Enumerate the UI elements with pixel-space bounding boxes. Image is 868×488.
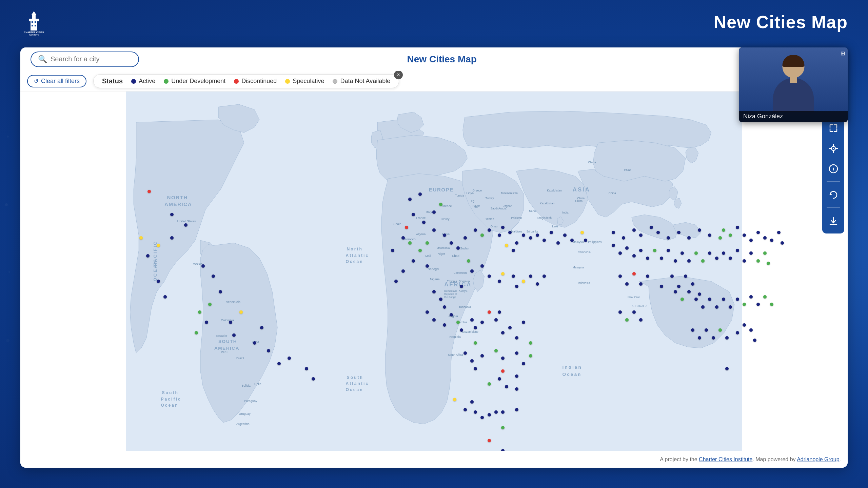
city-dot[interactable]	[718, 236, 722, 240]
city-dot[interactable]	[450, 313, 453, 317]
city-dot[interactable]	[753, 339, 756, 342]
city-dot[interactable]	[701, 305, 705, 309]
city-dot[interactable]	[432, 318, 436, 322]
city-dot[interactable]	[488, 439, 491, 442]
city-dot[interactable]	[708, 298, 711, 301]
reset-button[interactable]	[824, 185, 843, 204]
city-dot[interactable]	[163, 295, 167, 299]
city-dot[interactable]	[498, 280, 501, 283]
city-dot[interactable]	[460, 328, 463, 332]
info-button[interactable]: i	[824, 159, 843, 178]
city-dot[interactable]	[632, 310, 636, 314]
city-dot[interactable]	[701, 259, 705, 263]
city-dot[interactable]	[432, 210, 436, 214]
city-dot[interactable]	[667, 236, 670, 240]
city-dot[interactable]	[632, 272, 636, 276]
city-dot[interactable]	[439, 203, 442, 206]
city-dot[interactable]	[725, 367, 729, 370]
city-dot[interactable]	[749, 251, 753, 255]
city-dot[interactable]	[505, 385, 508, 388]
city-dot[interactable]	[515, 241, 518, 245]
city-dot[interactable]	[625, 282, 629, 286]
city-dot[interactable]	[494, 410, 498, 414]
city-dot[interactable]	[660, 285, 663, 288]
city-dot[interactable]	[618, 310, 622, 314]
city-dot[interactable]	[453, 398, 456, 401]
city-dot[interactable]	[498, 310, 501, 314]
city-dot[interactable]	[694, 298, 698, 301]
city-dot[interactable]	[195, 331, 198, 334]
city-dot[interactable]	[480, 416, 484, 419]
city-dot[interactable]	[515, 374, 518, 378]
city-dot[interactable]	[725, 336, 729, 340]
city-dot[interactable]	[542, 274, 546, 278]
city-dot[interactable]	[277, 362, 281, 365]
city-dot[interactable]	[687, 236, 691, 240]
city-dot[interactable]	[460, 285, 463, 288]
city-dot[interactable]	[260, 326, 263, 329]
city-dot[interactable]	[512, 274, 515, 278]
city-dot[interactable]	[632, 228, 636, 232]
city-dot[interactable]	[670, 274, 674, 278]
city-dot[interactable]	[625, 246, 629, 250]
city-dot[interactable]	[229, 321, 232, 324]
city-dot[interactable]	[312, 377, 315, 381]
city-dot[interactable]	[508, 231, 512, 234]
city-dot[interactable]	[763, 236, 767, 240]
city-dot[interactable]	[584, 239, 587, 242]
city-dot[interactable]	[480, 354, 484, 358]
city-dot[interactable]	[650, 226, 653, 229]
city-dot[interactable]	[736, 226, 739, 229]
city-dot[interactable]	[488, 310, 491, 314]
city-dot[interactable]	[474, 367, 477, 370]
city-dot[interactable]	[556, 241, 560, 245]
adrianople-link[interactable]: Adrianople Group	[797, 456, 839, 462]
city-dot[interactable]	[474, 228, 477, 232]
city-dot[interactable]	[253, 341, 256, 345]
locate-button[interactable]	[824, 139, 843, 158]
city-dot[interactable]	[501, 426, 505, 429]
city-dot[interactable]	[480, 321, 484, 324]
city-dot[interactable]	[418, 249, 422, 252]
city-dot[interactable]	[401, 236, 405, 240]
city-dot[interactable]	[412, 213, 415, 216]
city-dot[interactable]	[426, 264, 429, 268]
city-dot[interactable]	[394, 280, 398, 283]
city-dot[interactable]	[691, 328, 694, 332]
city-dot[interactable]	[722, 298, 725, 301]
city-dot[interactable]	[736, 298, 739, 301]
city-dot[interactable]	[408, 241, 412, 245]
city-dot[interactable]	[763, 251, 767, 255]
city-dot[interactable]	[639, 233, 643, 237]
city-dot[interactable]	[157, 244, 160, 247]
city-dot[interactable]	[432, 290, 436, 293]
city-dot[interactable]	[770, 303, 773, 306]
city-dot[interactable]	[498, 377, 501, 381]
city-dot[interactable]	[439, 298, 442, 301]
city-dot[interactable]	[474, 410, 477, 414]
city-dot[interactable]	[391, 249, 394, 252]
city-dot[interactable]	[680, 298, 684, 301]
city-dot[interactable]	[743, 303, 746, 306]
city-dot[interactable]	[536, 233, 539, 237]
city-dot[interactable]	[470, 359, 474, 363]
city-dot[interactable]	[139, 236, 143, 240]
city-dot[interactable]	[729, 305, 732, 309]
city-dot[interactable]	[660, 257, 663, 260]
download-button[interactable]	[824, 211, 843, 230]
city-dot[interactable]	[680, 251, 684, 255]
close-filter-button[interactable]: ×	[394, 70, 403, 79]
city-dot[interactable]	[781, 241, 784, 245]
city-dot[interactable]	[536, 282, 539, 286]
city-dot[interactable]	[456, 321, 460, 324]
city-dot[interactable]	[580, 231, 584, 234]
city-dot[interactable]	[763, 295, 767, 299]
city-dot[interactable]	[443, 305, 446, 309]
city-dot[interactable]	[677, 285, 680, 288]
city-dot[interactable]	[563, 233, 567, 237]
city-dot[interactable]	[708, 233, 711, 237]
city-dot[interactable]	[426, 310, 429, 314]
city-dot[interactable]	[691, 282, 694, 286]
city-dot[interactable]	[687, 259, 691, 263]
city-dot[interactable]	[667, 249, 670, 252]
